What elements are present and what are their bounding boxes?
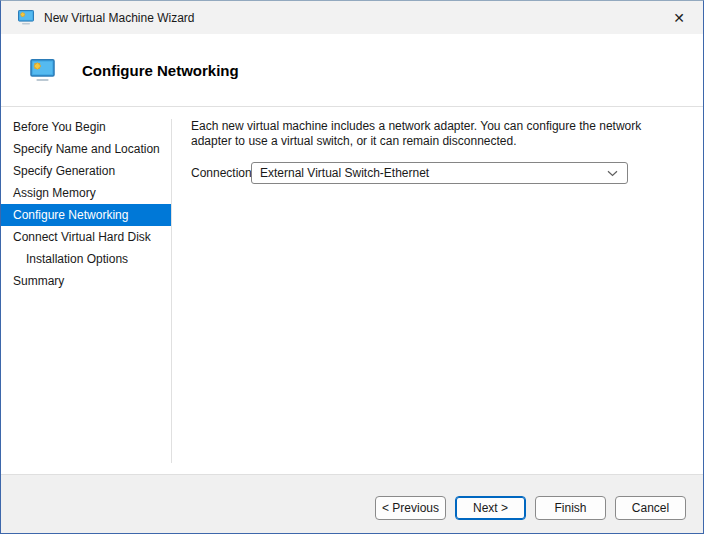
wizard-page-icon <box>30 59 55 82</box>
virtual-machine-icon <box>18 10 34 25</box>
previous-button[interactable]: < Previous <box>375 496 446 520</box>
sidebar-item-assign-memory[interactable]: Assign Memory <box>1 182 171 204</box>
connection-label: Connection: <box>191 166 251 180</box>
close-button[interactable]: ✕ <box>657 1 701 34</box>
title-bar: New Virtual Machine Wizard ✕ <box>1 1 703 34</box>
sidebar-item-summary[interactable]: Summary <box>1 270 171 292</box>
wizard-button-label: Next > <box>473 501 508 515</box>
wizard-button-label: < Previous <box>382 501 439 515</box>
wizard-body: Before You Begin Specify Name and Locati… <box>1 107 703 474</box>
connection-row: Connection: External Virtual Switch-Ethe… <box>191 162 683 184</box>
sidebar-item-specify-name-and-location[interactable]: Specify Name and Location <box>1 138 171 160</box>
finish-button[interactable]: Finish <box>535 496 606 520</box>
wizard-button-label: Finish <box>554 501 586 515</box>
wizard-step-label: Before You Begin <box>13 120 106 134</box>
wizard-step-label: Specify Generation <box>13 164 115 178</box>
sidebar-item-configure-networking[interactable]: Configure Networking <box>1 204 171 226</box>
sidebar-item-specify-generation[interactable]: Specify Generation <box>1 160 171 182</box>
wizard-footer: < Previous Next > Finish Cancel <box>1 474 703 533</box>
wizard-window: New Virtual Machine Wizard ✕ Configure N… <box>0 0 704 534</box>
next-button[interactable]: Next > <box>455 496 526 520</box>
page-title: Configure Networking <box>82 62 239 79</box>
sidebar-divider <box>171 119 172 463</box>
sidebar-item-connect-virtual-hard-disk[interactable]: Connect Virtual Hard Disk <box>1 226 171 248</box>
chevron-down-icon <box>607 170 618 177</box>
wizard-step-label: Configure Networking <box>13 208 128 222</box>
window-title: New Virtual Machine Wizard <box>44 11 195 25</box>
page-content: Each new virtual machine includes a netw… <box>171 107 703 474</box>
wizard-steps-nav: Before You Begin Specify Name and Locati… <box>1 107 171 474</box>
connection-select[interactable]: External Virtual Switch-Ethernet <box>251 162 628 184</box>
sidebar-item-installation-options[interactable]: Installation Options <box>1 248 171 270</box>
wizard-step-label: Installation Options <box>26 252 128 266</box>
wizard-step-label: Assign Memory <box>13 186 96 200</box>
wizard-button-label: Cancel <box>632 501 669 515</box>
wizard-step-label: Specify Name and Location <box>13 142 160 156</box>
wizard-header: Configure Networking <box>1 34 703 107</box>
sidebar-item-before-you-begin[interactable]: Before You Begin <box>1 116 171 138</box>
wizard-step-label: Connect Virtual Hard Disk <box>13 230 151 244</box>
connection-selected-value: External Virtual Switch-Ethernet <box>260 166 429 180</box>
cancel-button[interactable]: Cancel <box>615 496 686 520</box>
page-description: Each new virtual machine includes a netw… <box>191 119 672 149</box>
close-icon: ✕ <box>673 10 685 26</box>
wizard-step-label: Summary <box>13 274 64 288</box>
